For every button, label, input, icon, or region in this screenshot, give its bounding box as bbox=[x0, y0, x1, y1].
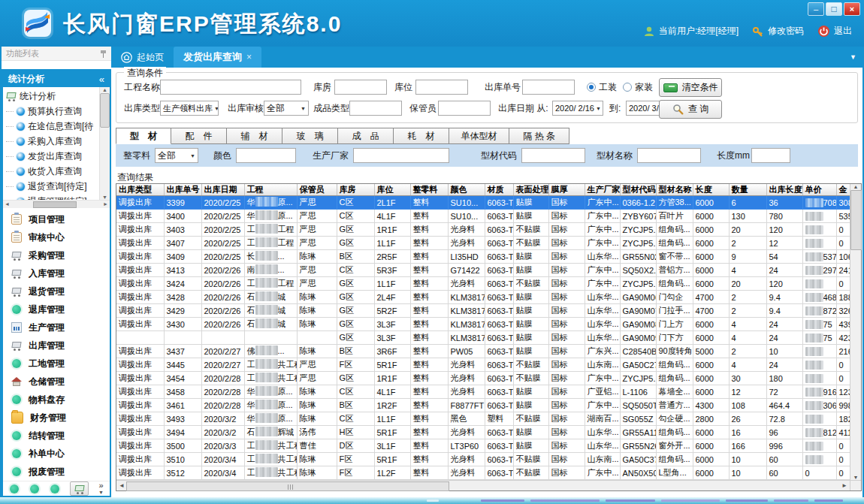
sidebar-item-财务管理[interactable]: 财务管理 bbox=[3, 409, 110, 427]
column-header[interactable]: 数量 bbox=[729, 184, 766, 196]
material-tab-6[interactable]: 耗 材 bbox=[394, 128, 449, 144]
table-row[interactable]: 调拨出库34002020/2/25华原...严思C区4L1F整料SU10...6… bbox=[116, 210, 850, 223]
table-vscroll-thumb[interactable] bbox=[850, 190, 862, 250]
color-input[interactable] bbox=[236, 148, 296, 163]
warehouse-input[interactable] bbox=[334, 80, 387, 95]
date-from-select[interactable]: 2020/ 2/16▼ bbox=[552, 101, 603, 116]
column-header[interactable]: 出库日期 bbox=[201, 184, 244, 196]
column-header[interactable]: 型材名称 bbox=[656, 184, 693, 196]
table-row[interactable]: 调拨出库35102020/3/4工共工程陈琳F区5R1F整料光身料6063-T5… bbox=[116, 453, 850, 466]
table-row[interactable]: 调拨出库34282020/2/26石城陈琳G区2L4F整料KLM38176063… bbox=[116, 291, 850, 304]
tree-hscroll-thumb[interactable] bbox=[33, 201, 77, 208]
menu-overflow-chevron[interactable]: » ▼ bbox=[98, 482, 104, 496]
material-tab-5[interactable]: 成 品 bbox=[338, 128, 394, 144]
whole-piece-select[interactable]: 全部▼ bbox=[155, 148, 198, 163]
scroll-right-icon[interactable]: ► bbox=[103, 201, 108, 207]
order-no-input[interactable] bbox=[522, 80, 575, 95]
sidebar-item-入库管理[interactable]: 入库管理 bbox=[3, 264, 110, 282]
material-tab-1[interactable]: 型 材 bbox=[116, 128, 171, 144]
sidebar-item-物料盘存[interactable]: 物料盘存 bbox=[3, 391, 110, 409]
column-header[interactable]: 库位 bbox=[374, 184, 410, 196]
column-header[interactable]: 单价 bbox=[802, 184, 836, 196]
column-header[interactable]: 表面处理 bbox=[513, 184, 548, 196]
collapse-icon[interactable]: « bbox=[99, 74, 104, 85]
table-row[interactable]: 调拨出库35002020/3/3工共工程曹佳D区3L1F整料LT3P606063… bbox=[116, 439, 850, 453]
column-header[interactable]: 颜色 bbox=[448, 184, 485, 196]
table-row[interactable]: 调拨出库34542020/2/28工共工程严思G区1R1F整料光身料6063-T… bbox=[116, 372, 850, 385]
sidebar-item-审核中心[interactable]: 审核中心 bbox=[3, 228, 110, 246]
table-row[interactable]: 调拨出库33992020/2/25华原...严思C区2L1F整料SU10...6… bbox=[116, 196, 850, 210]
manufacturer-input[interactable] bbox=[353, 148, 449, 163]
outbound-type-select[interactable]: 生产领料出库▼ bbox=[160, 101, 219, 116]
scroll-left-icon[interactable]: ◄ bbox=[5, 201, 10, 207]
tab-home[interactable]: 起始页 bbox=[111, 47, 174, 68]
table-vertical-scrollbar[interactable]: ▲ ▼ bbox=[850, 184, 861, 480]
table-row[interactable]: 调拨出库34092020/2/25长...陈琳B区2R5F整料LI35HD606… bbox=[116, 250, 850, 264]
tree-root[interactable]: 统计分析 bbox=[6, 89, 99, 104]
sidebar-item-结转管理[interactable]: 结转管理 bbox=[3, 427, 110, 445]
search-button[interactable]: 查 询 bbox=[659, 100, 722, 119]
table-row[interactable]: 调拨出库34932020/3/2华原...陈琳C区1L1F整料黑色塑料不贴膜国标… bbox=[116, 412, 850, 426]
profile-name-input[interactable] bbox=[637, 148, 701, 163]
outbound-audit-select[interactable]: 全部▼ bbox=[264, 101, 309, 116]
tree-item[interactable]: 在途信息查询[待 bbox=[6, 119, 99, 134]
table-row[interactable]: 调拨出库34242020/2/26工工程严思G区1L1F整料光身料6063-T5… bbox=[116, 277, 850, 291]
sidebar-item-退库管理[interactable]: 退库管理 bbox=[3, 300, 110, 318]
table-row[interactable]: 调拨出库34612020/2/28华原...陈琳B区1R2F整料F8877FT6… bbox=[116, 399, 850, 412]
dot-icon[interactable] bbox=[10, 484, 19, 493]
table-horizontal-scrollbar[interactable]: ◄ ► bbox=[116, 480, 850, 490]
tree-horizontal-scrollbar[interactable]: ◄ ► bbox=[3, 200, 110, 208]
table-row[interactable]: 调拨出库34292020/2/26石城陈琳G区5R2F整料KLM38176063… bbox=[116, 304, 850, 318]
tree-item[interactable]: 收货入库查询 bbox=[6, 164, 99, 179]
change-password[interactable]: 修改密码 bbox=[752, 25, 804, 38]
column-header[interactable]: 膜厚 bbox=[548, 184, 585, 196]
tab-outbound-query[interactable]: 发货出库查询 × bbox=[174, 47, 261, 68]
table-row[interactable]: 调拨出库34582020/2/28华原...陈琳C区4L1F整料光身料6063-… bbox=[116, 385, 850, 399]
column-header[interactable]: 出库单号 bbox=[164, 184, 201, 196]
location-input[interactable] bbox=[415, 80, 468, 95]
radio-selected-icon[interactable] bbox=[587, 83, 596, 92]
maximize-button[interactable]: □ bbox=[826, 2, 842, 16]
column-header[interactable]: 出库长度 bbox=[766, 184, 802, 196]
minimize-button[interactable]: – bbox=[808, 2, 824, 16]
column-header[interactable]: 型材代码 bbox=[620, 184, 656, 196]
table-row[interactable]: 调拨出库35122020/3/4工共工程陈琳F区1L2F整料光身料6063-T5… bbox=[116, 466, 850, 480]
tab-overflow-icon[interactable]: ▼ bbox=[850, 53, 862, 61]
scroll-down-icon[interactable]: ▼ bbox=[102, 195, 107, 200]
radio-home[interactable]: 家装 bbox=[623, 80, 653, 95]
tree-scroll-thumb[interactable] bbox=[100, 93, 110, 128]
scroll-left-icon[interactable]: ◄ bbox=[119, 482, 125, 489]
table-row[interactable]: 调拨出库34132020/2/26南...严思C区5R3F整料G71422606… bbox=[116, 264, 850, 277]
sidebar-item-出库管理[interactable]: 出库管理 bbox=[3, 337, 110, 355]
scroll-down-icon[interactable]: ▼ bbox=[853, 475, 859, 480]
sidebar-item-仓储管理[interactable]: 仓储管理 bbox=[3, 373, 110, 391]
column-header[interactable]: 库房 bbox=[337, 184, 374, 196]
table-row[interactable]: 调拨出库34032020/2/25工工程严思G区1R1F整料光身料6063-T5… bbox=[116, 223, 850, 237]
table-row[interactable]: 调拨出库34072020/2/25工工程严思G区1L1F整料光身料6063-T5… bbox=[116, 237, 850, 250]
length-input[interactable] bbox=[751, 148, 790, 163]
tree-item[interactable]: 采购入库查询 bbox=[6, 134, 99, 149]
sidebar-item-项目管理[interactable]: 项目管理 bbox=[3, 210, 110, 228]
column-header[interactable]: 材质 bbox=[485, 184, 513, 196]
profile-code-input[interactable] bbox=[521, 148, 585, 163]
sidebar-item-采购管理[interactable]: 采购管理 bbox=[3, 246, 110, 264]
keeper-input[interactable] bbox=[438, 101, 491, 116]
tree-item[interactable]: 发货出库查询 bbox=[6, 149, 99, 164]
table-row[interactable]: 调拨出库34372020/2/27佛...陈琳B区3R6F整料PW056063-… bbox=[116, 345, 850, 358]
sidebar-item-报废管理[interactable]: 报废管理 bbox=[3, 463, 110, 481]
scroll-up-icon[interactable]: ▲ bbox=[853, 184, 859, 189]
column-header[interactable]: 金 bbox=[836, 184, 850, 196]
table-hscroll-thumb[interactable] bbox=[126, 481, 449, 491]
material-tab-8[interactable]: 隔 热 条 bbox=[509, 128, 569, 144]
cart-button[interactable] bbox=[70, 481, 89, 496]
dot-icon[interactable] bbox=[50, 484, 59, 493]
radio-unselected-icon[interactable] bbox=[623, 83, 632, 92]
scroll-right-icon[interactable]: ► bbox=[841, 482, 847, 489]
material-tab-4[interactable]: 玻 璃 bbox=[282, 128, 338, 144]
tree-item[interactable]: 退库管理[待定] bbox=[6, 194, 99, 200]
project-name-input[interactable] bbox=[160, 80, 301, 95]
sidebar-item-退货管理[interactable]: 退货管理 bbox=[3, 282, 110, 300]
close-button[interactable]: × bbox=[844, 2, 860, 16]
column-header[interactable]: 保管员 bbox=[297, 184, 337, 196]
table-row[interactable]: 调拨出库34942020/3/2石辉城汤伟H区5R1F整料光身料6063-T5贴… bbox=[116, 426, 850, 439]
